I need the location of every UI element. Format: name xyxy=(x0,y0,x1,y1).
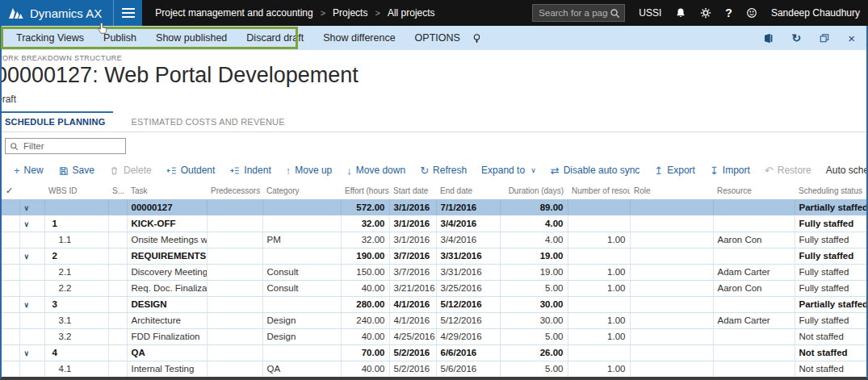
cell-status[interactable]: Not staffed xyxy=(795,328,868,345)
cell-wbs[interactable]: 3.2 xyxy=(44,328,108,345)
cell-effort[interactable]: 280.00 xyxy=(341,296,389,312)
cell-dur[interactable]: 89.00 xyxy=(500,199,568,215)
cell-end[interactable]: 5/12/2016 xyxy=(436,296,500,312)
cell-dur[interactable]: 30.00 xyxy=(500,312,568,328)
office-icon[interactable] xyxy=(763,33,774,44)
cell-num[interactable]: 1.00 xyxy=(568,312,630,328)
cell-task[interactable]: Architecture xyxy=(127,312,207,328)
cell-cat[interactable]: PM xyxy=(262,232,341,248)
cell-select[interactable] xyxy=(2,199,19,215)
cell-start[interactable]: 3/7/2016 xyxy=(389,264,436,280)
cell-select[interactable] xyxy=(2,296,19,312)
cell-start[interactable]: 3/1/2016 xyxy=(389,199,436,215)
cell-end[interactable]: 7/1/2016 xyxy=(436,199,500,215)
cell-num[interactable]: 1.00 xyxy=(568,232,630,248)
wbs-row-2[interactable]: ∨2REQUIREMENTS C...190.003/7/20163/31/20… xyxy=(2,248,868,264)
cell-select[interactable] xyxy=(2,328,19,345)
search-icon[interactable] xyxy=(610,8,620,19)
cell-expand[interactable]: ∨ xyxy=(19,199,44,215)
page-search-box[interactable] xyxy=(532,4,625,22)
publish-button[interactable]: Publish xyxy=(94,26,146,50)
cell-expand[interactable] xyxy=(19,280,44,296)
cell-s[interactable] xyxy=(108,264,127,280)
user-menu[interactable]: Sandeep Chaudhury xyxy=(771,7,860,19)
cell-start[interactable]: 3/7/2016 xyxy=(389,248,436,264)
cell-s[interactable] xyxy=(108,361,127,377)
cell-task[interactable]: Internal Testing xyxy=(127,361,207,377)
cell-wbs[interactable]: 2.2 xyxy=(44,280,108,296)
cell-end[interactable]: 5/12/2016 xyxy=(436,312,500,328)
cell-res[interactable] xyxy=(713,215,795,232)
cell-num[interactable] xyxy=(568,199,630,215)
cell-res[interactable] xyxy=(713,248,795,264)
column-header-wbs[interactable]: WBS ID xyxy=(44,184,108,199)
row-expand-chevron-icon[interactable]: ∨ xyxy=(24,220,30,228)
column-header-cat[interactable]: Category xyxy=(262,184,341,199)
cell-effort[interactable]: 572.00 xyxy=(341,199,389,215)
cell-status[interactable]: Not staffed xyxy=(795,361,868,377)
app-logo[interactable]: Dynamics AX xyxy=(0,0,113,26)
show-difference-button[interactable]: Show difference xyxy=(313,26,405,50)
cell-end[interactable]: 3/4/2016 xyxy=(436,232,500,248)
cell-task[interactable]: KICK-OFF xyxy=(127,215,207,232)
cell-end[interactable]: 4/29/2016 xyxy=(436,328,500,345)
cell-wbs[interactable]: 4.1 xyxy=(44,361,108,377)
breadcrumb-item-all-projects[interactable]: All projects xyxy=(388,7,435,19)
breadcrumb-item-project-management-and-accounting[interactable]: Project management and accounting xyxy=(155,7,312,19)
cell-select[interactable] xyxy=(2,232,19,248)
column-header-select[interactable]: ✓ xyxy=(2,184,19,199)
expand-to-button[interactable]: Expand to∨ xyxy=(474,165,543,176)
cell-wbs[interactable]: 3 xyxy=(44,296,108,312)
cell-role[interactable] xyxy=(630,328,713,345)
move-up-button[interactable]: ↑Move up xyxy=(279,165,340,176)
discard-draft-button[interactable]: Discard draft xyxy=(237,26,313,50)
cell-expand[interactable] xyxy=(19,264,44,280)
refresh-icon[interactable]: ↻ xyxy=(792,31,802,44)
cell-res[interactable] xyxy=(713,328,795,345)
column-header-res[interactable]: Resource xyxy=(713,184,795,199)
cell-pred[interactable] xyxy=(207,248,262,264)
cell-start[interactable]: 4/1/2016 xyxy=(389,296,436,312)
save-button[interactable]: Save xyxy=(51,165,102,176)
cell-wbs[interactable] xyxy=(44,199,108,215)
help-icon[interactable]: ? xyxy=(725,6,732,19)
cell-expand[interactable] xyxy=(19,328,44,345)
cell-effort[interactable]: 40.00 xyxy=(341,280,389,296)
cell-dur[interactable]: 26.00 xyxy=(500,345,568,361)
cell-wbs[interactable]: 1 xyxy=(44,215,108,232)
column-header-effort[interactable]: Effort (hours) xyxy=(341,184,389,199)
cell-status[interactable]: Fully staffed xyxy=(795,248,868,264)
cell-pred[interactable] xyxy=(207,232,262,248)
cell-pred[interactable] xyxy=(207,345,262,361)
show-published-button[interactable]: Show published xyxy=(146,26,237,50)
cell-end[interactable]: 3/25/2016 xyxy=(436,280,500,296)
cell-wbs[interactable]: 4 xyxy=(44,345,108,361)
cell-dur[interactable]: 5.00 xyxy=(500,328,568,345)
cell-status[interactable]: Fully staffed xyxy=(795,280,868,296)
cell-status[interactable]: Fully staffed xyxy=(795,215,868,232)
cell-select[interactable] xyxy=(2,264,19,280)
column-header-num[interactable]: Number of resources xyxy=(568,184,630,199)
cell-expand[interactable] xyxy=(19,312,44,328)
cell-pred[interactable] xyxy=(207,312,262,328)
cell-cat[interactable]: Consult xyxy=(262,264,341,280)
cell-role[interactable] xyxy=(630,232,713,248)
wbs-row-4.1[interactable]: 4.1Internal TestingQA40.005/2/20165/6/20… xyxy=(2,361,868,377)
bell-icon[interactable] xyxy=(675,7,686,19)
column-header-s[interactable]: S... xyxy=(108,184,127,199)
breadcrumb-item-projects[interactable]: Projects xyxy=(333,7,367,19)
column-header-role[interactable]: Role xyxy=(630,184,713,199)
cell-s[interactable] xyxy=(108,232,127,248)
cell-num[interactable] xyxy=(568,215,630,232)
cell-dur[interactable]: 5.00 xyxy=(500,361,568,377)
cell-expand[interactable]: ∨ xyxy=(19,215,44,232)
cell-s[interactable] xyxy=(108,215,127,232)
cell-task[interactable]: Discovery Meetings xyxy=(127,264,207,280)
cell-effort[interactable]: 240.00 xyxy=(341,312,389,328)
lightbulb-icon[interactable] xyxy=(472,33,482,44)
cell-role[interactable] xyxy=(630,199,713,215)
cell-role[interactable] xyxy=(630,296,713,312)
wbs-row-3.1[interactable]: 3.1ArchitectureDesign240.004/1/20165/12/… xyxy=(2,312,868,328)
new-button[interactable]: +New xyxy=(6,165,51,176)
tab-estimated-costs-and-revenue[interactable]: ESTIMATED COSTS AND REVENUE xyxy=(128,111,292,132)
